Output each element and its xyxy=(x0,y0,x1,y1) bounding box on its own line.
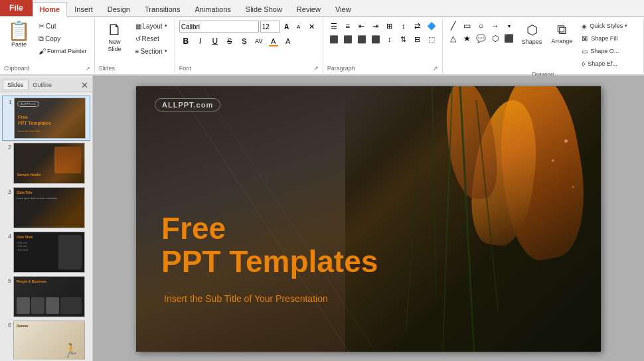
shape-arrow[interactable]: → xyxy=(489,20,502,32)
decrease-indent-button[interactable]: ⇤ xyxy=(355,20,368,32)
arrange-button[interactable]: ⧉ Arrange xyxy=(548,20,576,46)
smart-art-button[interactable]: 🔷 xyxy=(425,20,438,32)
align-center-button[interactable]: ⬛ xyxy=(341,33,355,45)
tab-insert[interactable]: Insert xyxy=(67,2,100,16)
section-label: Section xyxy=(140,48,162,55)
tab-home[interactable]: Home xyxy=(33,2,68,17)
quick-styles-icon: ◈ xyxy=(582,23,587,30)
outline-tab[interactable]: Outline xyxy=(29,80,57,90)
slide-thumb-1[interactable]: 1 ALLPPT.com FreePPT Templates Insert th… xyxy=(2,96,90,141)
reset-button[interactable]: ↺ Reset xyxy=(132,33,171,44)
reset-icon: ↺ xyxy=(135,35,141,42)
increase-indent-button[interactable]: ⇥ xyxy=(369,20,382,32)
format-painter-button[interactable]: 🖌 Format Painter xyxy=(35,45,90,57)
paragraph-label: Paragraph xyxy=(327,65,355,72)
layout-button[interactable]: ▦ Layout ▾ xyxy=(132,20,171,32)
shape-triangle[interactable]: △ xyxy=(447,33,460,44)
shape-effects-button[interactable]: ◊ Shape Ef... xyxy=(578,58,631,70)
tab-animations[interactable]: Animations xyxy=(187,2,238,16)
slide-thumb-2[interactable]: 2 Sample Header xyxy=(2,141,90,185)
slide-thumb-4[interactable]: 4 Dark Slide • Item one• Item two• Item … xyxy=(2,230,90,274)
line-spacing-button[interactable]: ↕ xyxy=(383,33,396,45)
tab-view[interactable]: View xyxy=(328,2,359,16)
bold-button[interactable]: B xyxy=(179,35,193,48)
font-group: A A ✕ B I U S S AV A A Font ↗ xyxy=(175,19,323,73)
slides-tab[interactable]: Slides xyxy=(3,80,29,90)
slide-thumb-6[interactable]: 6 Runner 🏃 xyxy=(2,319,90,360)
format-painter-icon: 🖌 xyxy=(39,47,46,55)
bullets-button[interactable]: ☰ xyxy=(327,20,341,32)
text-dir2-button[interactable]: ⬚ xyxy=(425,33,438,45)
main-slide[interactable]: ALLPPT.com Free PPT Templates Insert the… xyxy=(136,86,601,352)
slide-num-1: 1 xyxy=(4,98,12,106)
cut-button[interactable]: ✂ Cut xyxy=(35,20,90,32)
text-direction-button[interactable]: ↕ xyxy=(397,20,410,32)
paragraph-group: ☰ ≡ ⇤ ⇥ ⊞ ↕ ⇄ 🔷 ⬛ ⬛ ⬛ ⬛ ↕ ⇅ ⊟ ⬚ xyxy=(323,19,443,73)
underline-button[interactable]: U xyxy=(208,35,222,48)
slide-image-3: Slide Title Lorem ipsum dolor sit amet c… xyxy=(13,187,85,228)
font-size-up-button[interactable]: A xyxy=(282,21,292,33)
shadow-button[interactable]: S xyxy=(238,35,251,48)
layout-label: Layout xyxy=(143,23,163,30)
shape-eq[interactable]: ⬡ xyxy=(489,33,502,44)
numbering-button[interactable]: ≡ xyxy=(341,20,355,32)
tab-review[interactable]: Review xyxy=(289,2,328,16)
shape-fill-icon: 🗷 xyxy=(582,35,588,42)
panel-close-button[interactable]: ✕ xyxy=(80,80,90,90)
font-size-input[interactable] xyxy=(260,21,280,33)
shapes-label: Shapes xyxy=(522,38,542,45)
shape-circle[interactable]: ○ xyxy=(475,20,488,32)
slide-num-2: 2 xyxy=(3,143,11,151)
font-size-down-button[interactable]: A xyxy=(293,21,304,33)
para-spacing-button[interactable]: ⇅ xyxy=(397,33,410,45)
layout-icon: ▦ xyxy=(135,23,141,30)
clipboard-label: Clipboard xyxy=(4,65,30,72)
slide-image-6: Runner 🏃 xyxy=(13,321,85,360)
shape-more[interactable]: ▾ xyxy=(503,20,516,32)
shapes-panel: ╱ ▭ ○ → ▾ △ ★ 💬 ⬡ ⬛ xyxy=(447,20,516,44)
quick-styles-label: Quick Styles xyxy=(590,23,623,29)
font-name-input[interactable] xyxy=(179,21,259,33)
shape-callout[interactable]: 💬 xyxy=(475,33,488,44)
section-button[interactable]: ≡ Section ▾ xyxy=(132,45,171,57)
tab-design[interactable]: Design xyxy=(100,2,137,16)
align-right-button[interactable]: ⬛ xyxy=(355,33,368,45)
slide-thumb-3[interactable]: 3 Slide Title Lorem ipsum dolor sit amet… xyxy=(2,186,90,230)
italic-button[interactable]: I xyxy=(194,35,207,48)
font-highlight-button[interactable]: A xyxy=(282,35,295,48)
shapes-button[interactable]: ⬡ Shapes xyxy=(519,20,546,47)
clipboard-expand[interactable]: ↗ xyxy=(86,66,90,72)
clear-format-button[interactable]: ✕ xyxy=(305,20,319,33)
slide-image-1: ALLPPT.com FreePPT Templates Insert the … xyxy=(14,98,86,139)
tab-transitions[interactable]: Transitions xyxy=(137,2,187,16)
paragraph-expand[interactable]: ↗ xyxy=(433,65,438,72)
columns-button[interactable]: ⊞ xyxy=(383,20,396,32)
shape-line[interactable]: ╱ xyxy=(447,20,460,32)
shape-fill-button[interactable]: 🗷 Shape Fill xyxy=(578,33,631,44)
shape-outline-label: Shape O... xyxy=(590,48,619,54)
new-slide-button[interactable]: 🗋 NewSlide xyxy=(99,20,131,55)
slide-image-2: Sample Header xyxy=(13,143,85,184)
align-left-button[interactable]: ⬛ xyxy=(327,33,341,45)
shape-block[interactable]: ⬛ xyxy=(503,33,516,44)
shape-star[interactable]: ★ xyxy=(461,33,474,44)
paste-button[interactable]: 📋 Paste xyxy=(4,20,34,50)
quick-styles-dropdown: ▾ xyxy=(625,23,627,29)
shape-outline-button[interactable]: ▭ Shape O... xyxy=(578,45,631,57)
file-tab[interactable]: File xyxy=(0,0,33,16)
font-expand[interactable]: ↗ xyxy=(313,65,319,72)
copy-button[interactable]: ⧉ Copy xyxy=(35,33,90,44)
char-spacing-button[interactable]: AV xyxy=(252,35,266,48)
quick-styles-button[interactable]: ◈ Quick Styles ▾ xyxy=(578,20,631,32)
justify-button[interactable]: ⬛ xyxy=(369,33,382,45)
paste-label: Paste xyxy=(11,41,27,48)
shape-rect[interactable]: ▭ xyxy=(461,20,474,32)
shapes-icon: ⬡ xyxy=(526,22,538,38)
tab-slideshow[interactable]: Slide Show xyxy=(238,2,289,16)
reset-label: Reset xyxy=(142,35,159,42)
font-color-button[interactable]: A xyxy=(267,35,280,48)
convert-button[interactable]: ⇄ xyxy=(411,20,424,32)
columns2-button[interactable]: ⊟ xyxy=(411,33,424,45)
strikethrough-button[interactable]: S xyxy=(223,35,236,48)
slide-thumb-5[interactable]: 5 People & Business xyxy=(2,275,90,319)
